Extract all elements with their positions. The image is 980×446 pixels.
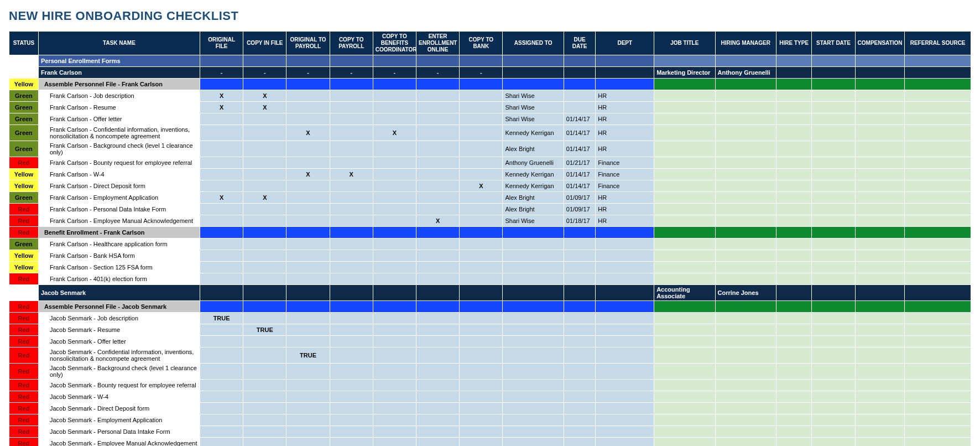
ref-cell[interactable]: [905, 364, 971, 380]
check-cell[interactable]: X: [460, 180, 503, 192]
check-cell[interactable]: [416, 113, 460, 125]
check-cell[interactable]: [460, 285, 503, 301]
assigned-cell[interactable]: Shari Wise: [503, 102, 564, 113]
ref-cell[interactable]: [905, 336, 971, 348]
job-cell[interactable]: [654, 113, 715, 125]
assigned-cell[interactable]: [503, 348, 564, 364]
start-cell[interactable]: [812, 380, 855, 391]
due-cell[interactable]: [564, 336, 596, 348]
check-cell[interactable]: [200, 403, 243, 414]
task-cell[interactable]: Jacob Senmark - Employment Application: [38, 414, 200, 426]
check-cell[interactable]: [416, 285, 460, 301]
ref-cell[interactable]: [905, 125, 971, 141]
comp-cell[interactable]: [855, 55, 905, 67]
comp-cell[interactable]: [855, 180, 905, 192]
dept-cell[interactable]: HR: [596, 125, 654, 141]
mgr-cell[interactable]: [715, 324, 776, 336]
comp-cell[interactable]: [855, 262, 905, 273]
table-row[interactable]: YellowFrank Carlson - W-4XXKennedy Kerri…: [9, 169, 971, 180]
check-cell[interactable]: [330, 141, 373, 157]
check-cell[interactable]: [243, 426, 286, 438]
due-cell[interactable]: [564, 273, 596, 285]
check-cell[interactable]: [416, 79, 460, 90]
start-cell[interactable]: [812, 113, 855, 125]
check-cell[interactable]: [243, 285, 286, 301]
job-cell[interactable]: [654, 301, 715, 313]
comp-cell[interactable]: [855, 215, 905, 227]
task-cell[interactable]: Jacob Senmark - Personal Data Intake For…: [38, 426, 200, 438]
assigned-cell[interactable]: [503, 273, 564, 285]
check-cell[interactable]: [460, 102, 503, 113]
job-cell[interactable]: [654, 192, 715, 204]
hire-cell[interactable]: [776, 438, 811, 447]
check-cell[interactable]: [286, 157, 330, 169]
due-cell[interactable]: 01/14/17: [564, 169, 596, 180]
table-row[interactable]: Frank Carlson-------Marketing DirectorAn…: [9, 67, 971, 79]
check-cell[interactable]: [330, 113, 373, 125]
col-9[interactable]: ASSIGNED TO: [503, 32, 564, 55]
assigned-cell[interactable]: Kennedy Kerrigan: [503, 169, 564, 180]
check-cell[interactable]: [243, 262, 286, 273]
job-cell[interactable]: [654, 102, 715, 113]
comp-cell[interactable]: [855, 403, 905, 414]
dept-cell[interactable]: [596, 227, 654, 238]
status-cell[interactable]: Red: [9, 348, 39, 364]
comp-cell[interactable]: [855, 141, 905, 157]
check-cell[interactable]: [243, 250, 286, 262]
status-cell[interactable]: Red: [9, 364, 39, 380]
hire-cell[interactable]: [776, 157, 811, 169]
mgr-cell[interactable]: [715, 313, 776, 324]
hire-cell[interactable]: [776, 380, 811, 391]
start-cell[interactable]: [812, 180, 855, 192]
assigned-cell[interactable]: [503, 403, 564, 414]
check-cell[interactable]: [416, 192, 460, 204]
ref-cell[interactable]: [905, 380, 971, 391]
due-cell[interactable]: [564, 414, 596, 426]
job-cell[interactable]: [654, 414, 715, 426]
comp-cell[interactable]: [855, 227, 905, 238]
dept-cell[interactable]: [596, 438, 654, 447]
task-cell[interactable]: Frank Carlson - Offer letter: [38, 113, 200, 125]
start-cell[interactable]: [812, 215, 855, 227]
assigned-cell[interactable]: Kennedy Kerrigan: [503, 180, 564, 192]
task-cell[interactable]: Frank Carlson - Confidential information…: [38, 125, 200, 141]
check-cell[interactable]: [460, 157, 503, 169]
col-5[interactable]: COPY TO PAYROLL: [330, 32, 373, 55]
job-cell[interactable]: [654, 250, 715, 262]
status-cell[interactable]: Red: [9, 426, 39, 438]
due-cell[interactable]: 01/09/17: [564, 204, 596, 215]
comp-cell[interactable]: [855, 391, 905, 403]
status-cell[interactable]: Yellow: [9, 250, 39, 262]
dept-cell[interactable]: [596, 336, 654, 348]
due-cell[interactable]: [564, 227, 596, 238]
table-row[interactable]: GreenFrank Carlson - Confidential inform…: [9, 125, 971, 141]
mgr-cell[interactable]: [715, 79, 776, 90]
task-cell[interactable]: Jacob Senmark - W-4: [38, 391, 200, 403]
task-cell[interactable]: Frank Carlson - Resume: [38, 102, 200, 113]
job-cell[interactable]: [654, 426, 715, 438]
check-cell[interactable]: [373, 262, 416, 273]
status-cell[interactable]: Yellow: [9, 169, 39, 180]
dept-cell[interactable]: [596, 285, 654, 301]
check-cell[interactable]: [330, 391, 373, 403]
check-cell[interactable]: [286, 250, 330, 262]
check-cell[interactable]: [373, 215, 416, 227]
check-cell[interactable]: [243, 438, 286, 447]
comp-cell[interactable]: [855, 301, 905, 313]
mgr-cell[interactable]: [715, 157, 776, 169]
check-cell[interactable]: [460, 414, 503, 426]
status-cell[interactable]: Red: [9, 301, 39, 313]
table-row[interactable]: GreenFrank Carlson - Background check (l…: [9, 141, 971, 157]
check-cell[interactable]: [200, 215, 243, 227]
table-row[interactable]: RedJacob Senmark - ResumeTRUE: [9, 324, 971, 336]
check-cell[interactable]: [416, 380, 460, 391]
hire-cell[interactable]: [776, 426, 811, 438]
job-cell[interactable]: [654, 238, 715, 250]
check-cell[interactable]: [330, 90, 373, 102]
due-cell[interactable]: 01/14/17: [564, 113, 596, 125]
check-cell[interactable]: [373, 204, 416, 215]
task-cell[interactable]: Jacob Senmark - Background check (level …: [38, 364, 200, 380]
ref-cell[interactable]: [905, 55, 971, 67]
hire-cell[interactable]: [776, 403, 811, 414]
check-cell[interactable]: [330, 215, 373, 227]
